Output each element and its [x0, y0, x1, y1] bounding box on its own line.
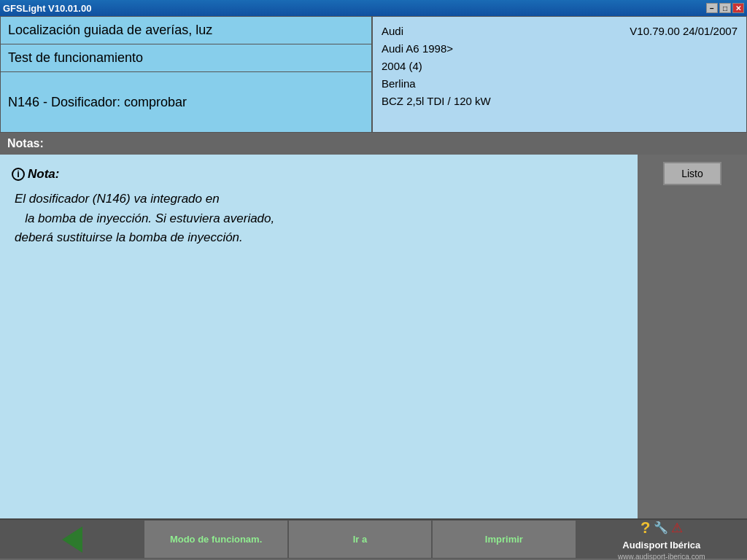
back-arrow-icon — [62, 526, 82, 553]
header-right: Audi V10.79.00 24/01/2007 Audi A6 1998> … — [372, 16, 747, 133]
maximize-button[interactable]: □ — [719, 3, 731, 13]
branding: ? 🔧 ⚠ Audisport Ibérica www.audisport-ib… — [576, 520, 747, 559]
sidebar: Listo — [638, 155, 747, 518]
goto-button[interactable]: Ir a — [288, 520, 432, 559]
note-body: El dosificador (N146) va integrado en la… — [12, 190, 626, 247]
header-left: Localización guiada de averías, luz Test… — [0, 16, 372, 133]
brand-name: Audisport Ibérica — [622, 540, 700, 551]
app-title: GFSLight V10.01.00 — [3, 3, 91, 14]
goto-button-label: Ir a — [353, 534, 368, 545]
titlebar-controls: − □ ✕ — [706, 3, 744, 13]
brand-url: www.audisport-iberica.com — [618, 553, 705, 561]
mode-button-label: Modo de funcionam. — [170, 534, 262, 545]
header-component: N146 - Dosificador: comprobar — [1, 72, 371, 132]
footer: Modo de funcionam. Ir a Imprimir ? 🔧 ⚠ A… — [0, 518, 747, 559]
header-title: Localización guiada de averías, luz — [1, 17, 371, 44]
warning-icon: ⚠ — [671, 520, 683, 536]
listo-button[interactable]: Listo — [663, 162, 721, 185]
brand-icons: ? 🔧 ⚠ — [640, 518, 682, 537]
print-button[interactable]: Imprimir — [432, 520, 576, 559]
note-title-text: Nota: — [28, 165, 59, 184]
info-icon: i — [12, 168, 25, 181]
wrench-icon: 🔧 — [654, 521, 668, 534]
notes-label: Notas: — [7, 137, 44, 149]
minimize-button[interactable]: − — [706, 3, 718, 13]
mode-button[interactable]: Modo de funcionam. — [144, 520, 287, 559]
model: Audi A6 1998> — [382, 40, 738, 58]
close-button[interactable]: ✕ — [732, 3, 744, 13]
version-line: Audi V10.79.00 24/01/2007 — [382, 23, 738, 40]
back-button[interactable] — [0, 520, 144, 559]
car-type: Berlina — [382, 75, 738, 93]
brand: Audi — [382, 23, 403, 40]
header: Localización guiada de averías, luz Test… — [0, 16, 747, 133]
title-bar: GFSLight V10.01.00 − □ ✕ — [0, 0, 747, 16]
print-button-label: Imprimir — [485, 534, 523, 545]
titlebar-left: GFSLight V10.01.00 — [3, 3, 91, 14]
main-content: i Nota: El dosificador (N146) va integra… — [0, 155, 747, 518]
year: 2004 (4) — [382, 58, 738, 75]
header-subtitle: Test de funcionamiento — [1, 44, 371, 72]
note-title: i Nota: — [12, 165, 626, 184]
content-area: i Nota: El dosificador (N146) va integra… — [0, 155, 638, 518]
version: V10.79.00 24/01/2007 — [630, 23, 738, 40]
question-mark-icon: ? — [640, 518, 650, 537]
engine: BCZ 2,5l TDI / 120 kW — [382, 93, 738, 110]
notes-header: Notas: — [0, 133, 747, 155]
